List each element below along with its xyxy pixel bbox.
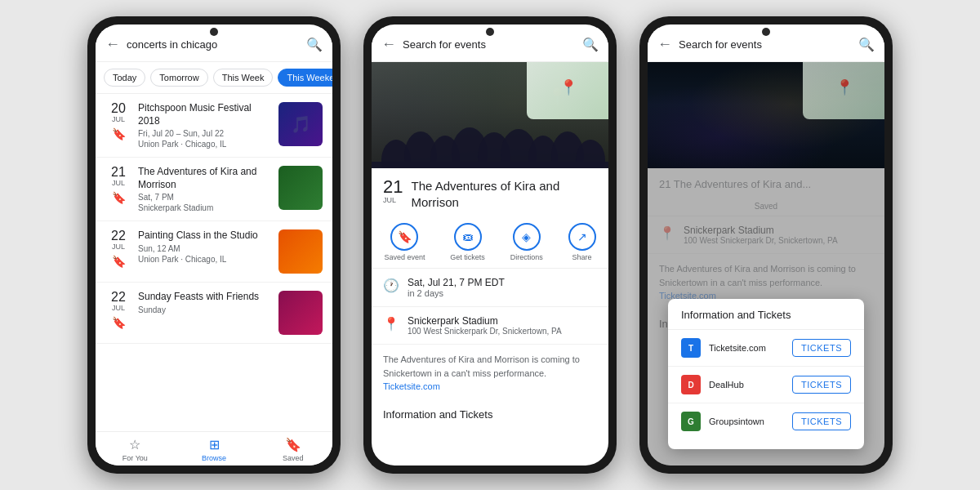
bookmark-2[interactable]: 🔖 bbox=[105, 190, 131, 205]
action-row-2: 🔖 Saved event 🎟 Get tickets ◈ Directions… bbox=[372, 216, 608, 269]
phone-2-screen: ← Search for events 🔍 📍 bbox=[372, 24, 608, 466]
search-icon-2[interactable]: 🔍 bbox=[582, 37, 599, 52]
back-arrow-icon-3[interactable]: ← bbox=[657, 36, 672, 53]
provider-1[interactable]: T Ticketsite.com TICKETS bbox=[668, 330, 864, 367]
datetime-primary-2: Sat, Jul 21, 7 PM EDT bbox=[408, 277, 505, 288]
event-title-4: Sunday Feasts with Friends bbox=[138, 291, 272, 304]
thumb-img-4 bbox=[278, 291, 323, 335]
event-date-3: 22 JUL 🔖 bbox=[105, 229, 131, 269]
for-you-label: For You bbox=[122, 454, 148, 462]
nav-browse[interactable]: ⊞ Browse bbox=[175, 437, 254, 462]
bookmark-3[interactable]: 🔖 bbox=[105, 254, 131, 269]
description-link-2[interactable]: Ticketsite.com bbox=[383, 381, 440, 391]
save-event-label: Saved event bbox=[384, 253, 425, 261]
directions-icon: ◈ bbox=[513, 223, 541, 251]
tickets-btn-3[interactable]: TICKETS bbox=[792, 412, 851, 430]
event-day-2: 21 bbox=[105, 166, 131, 179]
event-date-2: 21 JUL 🔖 bbox=[105, 166, 131, 205]
event-item-3[interactable]: 22 JUL 🔖 Painting Class in the Studio Su… bbox=[96, 221, 332, 283]
search-icon-1[interactable]: 🔍 bbox=[306, 37, 323, 52]
event-num-2: 21 bbox=[383, 178, 403, 196]
provider-icon-2: D bbox=[681, 375, 701, 394]
overlay-backdrop-3: Information and Tickets T Ticketsite.com… bbox=[648, 168, 884, 466]
event-thumb-3 bbox=[278, 229, 323, 274]
nav-saved[interactable]: 🔖 Saved bbox=[253, 437, 332, 462]
get-tickets-icon: 🎟 bbox=[454, 223, 482, 251]
map-snippet-2: 📍 bbox=[527, 62, 608, 119]
camera-1 bbox=[210, 28, 218, 36]
event-item-1[interactable]: 20 JUL 🔖 Pitchspoon Music Festival 2018 … bbox=[96, 94, 332, 158]
thumb-img-3 bbox=[278, 229, 323, 274]
chip-tomorrow[interactable]: Tomorrow bbox=[150, 69, 207, 87]
venue-secondary-2: 100 West Snickerpark Dr, Snickertown, PA bbox=[408, 327, 562, 336]
event-date-block-2: 21 JUL bbox=[383, 178, 403, 204]
chip-this-weekend[interactable]: This Weekend bbox=[278, 69, 332, 87]
back-arrow-icon-2[interactable]: ← bbox=[381, 36, 396, 53]
thumb-img-1: 🎵 bbox=[278, 102, 323, 146]
venue-text-2: Snickerpark Stadium 100 West Snickerpark… bbox=[408, 315, 562, 336]
event-sub1-1: Fri, Jul 20 – Sun, Jul 22 bbox=[138, 129, 272, 138]
bottom-nav-1: ☆ For You ⊞ Browse 🔖 Saved bbox=[96, 431, 332, 466]
event-item-2[interactable]: 21 JUL 🔖 The Adventures of Kira and Morr… bbox=[96, 158, 332, 221]
detail-content-3: 21 The Adventures of Kira and... Saved 📍… bbox=[648, 168, 884, 466]
event-month-2: JUL bbox=[383, 196, 403, 204]
phone-1-screen: ← concerts in chicago 🔍 Today Tomorrow T… bbox=[96, 24, 332, 466]
event-thumb-2 bbox=[278, 166, 323, 210]
share-btn[interactable]: ↗ Share bbox=[568, 223, 596, 261]
tickets-btn-1[interactable]: TICKETS bbox=[792, 339, 851, 357]
venue-primary-2: Snickerpark Stadium bbox=[408, 315, 562, 327]
event-date-1: 20 JUL 🔖 bbox=[105, 102, 131, 141]
description-text-2: The Adventures of Kira and Morrison is c… bbox=[383, 354, 580, 378]
provider-name-2: DealHub bbox=[709, 380, 792, 390]
pin-icon-2: 📍 bbox=[559, 78, 577, 96]
saved-label: Saved bbox=[283, 454, 304, 462]
search-icon-3[interactable]: 🔍 bbox=[858, 37, 875, 52]
event-info-3: Painting Class in the Studio Sun, 12 AM … bbox=[138, 229, 272, 264]
search-query-3[interactable]: Search for events bbox=[679, 38, 852, 51]
bookmark-icon-3: 🔖 bbox=[112, 255, 126, 268]
search-query-2[interactable]: Search for events bbox=[403, 38, 576, 51]
description-2: The Adventures of Kira and Morrison is c… bbox=[372, 345, 608, 402]
provider-icon-3: G bbox=[681, 412, 701, 431]
save-event-btn[interactable]: 🔖 Saved event bbox=[384, 223, 425, 261]
phone-3: ← Search for events 🔍 📍 21 The Adventure… bbox=[639, 16, 893, 474]
bookmark-1[interactable]: 🔖 bbox=[105, 127, 131, 141]
map-area-2: 📍 bbox=[372, 62, 608, 168]
tickets-btn-2[interactable]: TICKETS bbox=[792, 376, 851, 394]
provider-3[interactable]: G Groupsintown TICKETS bbox=[668, 403, 864, 439]
event-list-1: 20 JUL 🔖 Pitchspoon Music Festival 2018 … bbox=[96, 94, 332, 431]
event-thumb-1: 🎵 bbox=[278, 102, 323, 146]
directions-btn[interactable]: ◈ Directions bbox=[510, 223, 543, 261]
crowd-svg-2 bbox=[372, 111, 608, 168]
share-label: Share bbox=[572, 253, 592, 261]
phone-3-screen: ← Search for events 🔍 📍 21 The Adventure… bbox=[648, 24, 884, 466]
detail-content-2: 21 JUL The Adventures of Kira and Morris… bbox=[372, 168, 608, 466]
event-month-1: JUL bbox=[105, 115, 131, 123]
event-title-2: The Adventures of Kira and Morrison bbox=[138, 166, 272, 191]
saved-icon: 🔖 bbox=[285, 437, 301, 452]
tickets-modal-3: Information and Tickets T Ticketsite.com… bbox=[668, 299, 864, 449]
event-title-1: Pitchspoon Music Festival 2018 bbox=[138, 102, 272, 127]
event-sub1-4: Sunday bbox=[138, 305, 272, 314]
datetime-secondary-2: in 2 days bbox=[408, 288, 505, 298]
event-item-4[interactable]: 22 JUL 🔖 Sunday Feasts with Friends Sund… bbox=[96, 283, 332, 344]
back-arrow-icon-1[interactable]: ← bbox=[105, 36, 120, 53]
nav-for-you[interactable]: ☆ For You bbox=[96, 437, 175, 462]
search-query-1[interactable]: concerts in chicago bbox=[127, 38, 300, 51]
event-sub1-2: Sat, 7 PM bbox=[138, 193, 272, 202]
chip-this-week[interactable]: This Week bbox=[213, 69, 274, 87]
get-tickets-btn[interactable]: 🎟 Get tickets bbox=[450, 223, 485, 261]
bookmark-icon-4: 🔖 bbox=[112, 316, 126, 329]
for-you-icon: ☆ bbox=[129, 437, 140, 452]
scene: ← concerts in chicago 🔍 Today Tomorrow T… bbox=[0, 0, 980, 490]
event-sub2-2: Snickerpark Stadium bbox=[138, 203, 272, 212]
event-day-3: 22 bbox=[105, 229, 131, 243]
clock-icon-2: 🕐 bbox=[383, 278, 399, 293]
event-thumb-4 bbox=[278, 291, 323, 335]
event-header-date-2: 21 JUL The Adventures of Kira and Morris… bbox=[383, 178, 597, 210]
chip-today[interactable]: Today bbox=[104, 69, 145, 87]
camera-2 bbox=[486, 28, 494, 36]
bookmark-4[interactable]: 🔖 bbox=[105, 315, 131, 330]
bookmark-icon-1: 🔖 bbox=[112, 127, 126, 140]
provider-2[interactable]: D DealHub TICKETS bbox=[668, 367, 864, 403]
